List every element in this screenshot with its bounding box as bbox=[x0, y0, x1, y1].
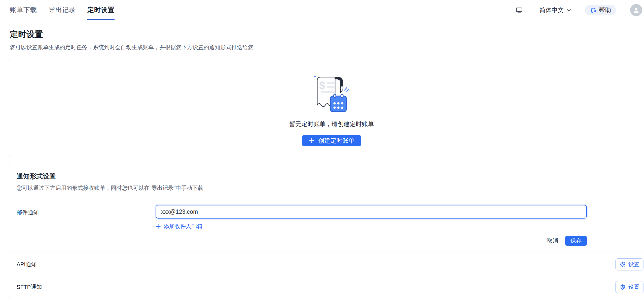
user-avatar-icon bbox=[632, 6, 640, 14]
tab-bill-download[interactable]: 账单下载 bbox=[10, 0, 37, 20]
email-actions: 取消 保存 bbox=[156, 236, 587, 246]
email-content: 添加收件人邮箱 取消 保存 bbox=[156, 205, 587, 246]
notification-settings-header: 通知形式设置 您可以通过下方启用的形式接收账单，同时您也可以在"导出记录"中手动… bbox=[9, 164, 644, 198]
top-header: 账单下载 导出记录 定时设置 简体中文 帮助 bbox=[0, 0, 644, 20]
api-notification-label: API通知 bbox=[17, 261, 37, 268]
sftp-settings-button[interactable]: 设置 bbox=[615, 281, 643, 293]
sftp-notification-row: SFTP通知 设置 bbox=[9, 276, 644, 298]
empty-bill-illustration: $ bbox=[313, 75, 350, 113]
cancel-button[interactable]: 取消 bbox=[547, 237, 558, 245]
display-icon[interactable] bbox=[515, 6, 523, 14]
empty-message: 暂无定时账单，请创建定时账单 bbox=[289, 120, 374, 128]
chevron-down-icon bbox=[567, 8, 571, 12]
help-button[interactable]: 帮助 bbox=[585, 5, 616, 15]
headset-icon bbox=[590, 7, 596, 13]
add-recipient-email-link[interactable]: 添加收件人邮箱 bbox=[156, 223, 202, 230]
user-avatar[interactable] bbox=[630, 4, 642, 16]
recipient-email-input[interactable] bbox=[156, 205, 587, 219]
create-scheduled-bill-button[interactable]: 创建定时账单 bbox=[302, 135, 361, 146]
page-title: 定时设置 bbox=[10, 29, 644, 40]
create-button-label: 创建定时账单 bbox=[318, 137, 354, 145]
notification-settings-title: 通知形式设置 bbox=[17, 172, 644, 181]
email-notification-row: 邮件通知 添加收件人邮箱 取消 保存 bbox=[9, 198, 644, 253]
language-label: 简体中文 bbox=[540, 6, 564, 14]
tab-export-records[interactable]: 导出记录 bbox=[49, 0, 76, 20]
scheduled-bills-empty-card: $ 暂无定时账单，请创建定时账单 创建定时账单 bbox=[9, 58, 644, 157]
gear-icon bbox=[619, 261, 626, 268]
page-subtitle: 您可以设置账单生成的定时任务，系统到时会自动生成账单，并根据您下方设置的通知形式… bbox=[10, 44, 644, 51]
plus-icon bbox=[156, 224, 161, 229]
page-head: 定时设置 您可以设置账单生成的定时任务，系统到时会自动生成账单，并根据您下方设置… bbox=[10, 29, 644, 51]
sftp-notification-label: SFTP通知 bbox=[17, 283, 42, 291]
email-notification-label: 邮件通知 bbox=[17, 209, 39, 216]
notification-settings-card: 通知形式设置 您可以通过下方启用的形式接收账单，同时您也可以在"导出记录"中手动… bbox=[9, 164, 644, 298]
add-recipient-email-label: 添加收件人邮箱 bbox=[164, 223, 202, 230]
main-tabs: 账单下载 导出记录 定时设置 bbox=[10, 0, 115, 20]
header-right-cluster: 简体中文 帮助 bbox=[515, 0, 642, 20]
sftp-settings-label: 设置 bbox=[628, 283, 639, 291]
gear-icon bbox=[619, 284, 626, 290]
save-button[interactable]: 保存 bbox=[565, 236, 587, 246]
tab-schedule-settings[interactable]: 定时设置 bbox=[87, 0, 115, 20]
api-notification-row: API通知 设置 bbox=[9, 253, 644, 276]
help-label: 帮助 bbox=[599, 6, 611, 14]
api-settings-button[interactable]: 设置 bbox=[615, 258, 643, 270]
language-selector[interactable]: 简体中文 bbox=[540, 6, 571, 14]
notification-settings-subtitle: 您可以通过下方启用的形式接收账单，同时您也可以在"导出记录"中手动下载 bbox=[17, 184, 644, 192]
plus-icon bbox=[309, 138, 315, 144]
api-settings-label: 设置 bbox=[628, 261, 639, 268]
svg-text:$: $ bbox=[319, 80, 325, 92]
